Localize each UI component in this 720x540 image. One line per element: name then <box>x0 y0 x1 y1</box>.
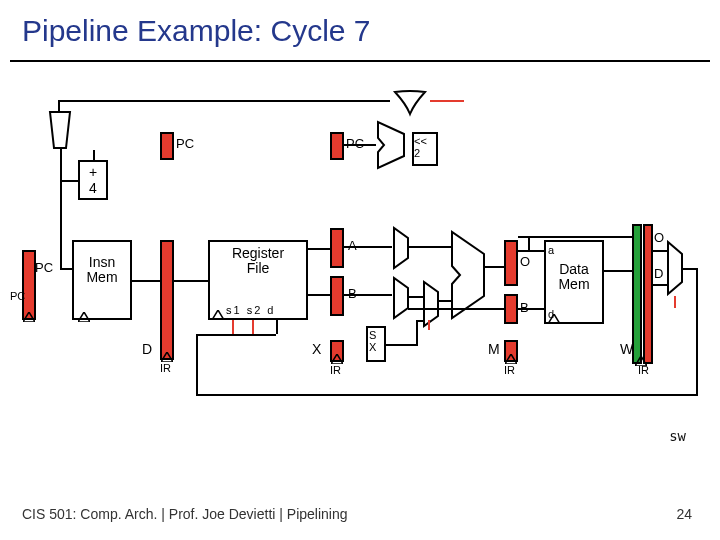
wire <box>58 100 390 102</box>
ir2-label: IR <box>330 364 341 376</box>
alu-icon <box>450 230 486 320</box>
title-rule <box>10 60 710 62</box>
wire <box>174 280 208 282</box>
wire <box>196 334 198 396</box>
wire <box>196 394 698 396</box>
wire <box>196 334 276 336</box>
stage-d: D <box>142 342 152 357</box>
wire <box>604 270 632 272</box>
wire <box>428 320 430 330</box>
ifid-register <box>160 240 174 360</box>
wire <box>252 320 254 334</box>
diagram-canvas: PC PC + 4 Insn Mem PC D IR Register File… <box>10 90 710 420</box>
pc-label: PC <box>10 290 25 302</box>
wire <box>528 236 530 250</box>
wire <box>408 308 504 310</box>
svg-marker-10 <box>452 232 484 318</box>
exmem-o <box>504 240 518 286</box>
wire <box>674 296 676 308</box>
stage-w: W <box>620 342 633 357</box>
wire <box>344 294 392 296</box>
pipe-pc2 <box>330 132 344 160</box>
wire <box>344 144 376 146</box>
exmem-b <box>504 294 518 324</box>
wire <box>60 148 62 268</box>
svg-marker-5 <box>331 354 343 364</box>
wire <box>484 266 504 268</box>
wire <box>344 246 392 248</box>
idex-a <box>330 228 344 268</box>
svg-marker-2 <box>78 312 90 322</box>
wire <box>518 236 632 238</box>
clock-triangle-icon <box>78 312 90 322</box>
ir1-label: IR <box>160 362 171 374</box>
wire <box>653 284 667 286</box>
page-title: Pipeline Example: Cycle 7 <box>22 14 371 48</box>
wire <box>132 280 160 282</box>
memwb-o <box>632 224 642 364</box>
d-port-label: D <box>654 266 663 281</box>
pc-register <box>22 250 36 320</box>
wire <box>409 296 423 298</box>
page-number: 24 <box>676 506 692 522</box>
pipe-pc1-label: PC <box>176 136 194 151</box>
wire <box>409 246 451 248</box>
wire <box>416 320 424 322</box>
svg-marker-11 <box>505 354 517 364</box>
sw-annotation: sw <box>669 428 686 444</box>
svg-marker-4 <box>212 310 224 320</box>
svg-marker-7 <box>394 228 408 268</box>
wire <box>308 248 330 250</box>
wire <box>439 300 451 302</box>
clock-triangle-icon <box>212 310 224 320</box>
wire <box>386 344 416 346</box>
stage-m: M <box>488 342 500 357</box>
clock-triangle-icon <box>23 312 35 322</box>
clock-triangle-icon <box>548 314 560 324</box>
insn-mem-label: Insn Mem <box>74 255 130 284</box>
x-label: X <box>312 342 321 357</box>
svg-marker-0 <box>50 112 70 148</box>
svg-marker-9 <box>424 282 438 326</box>
memwb-d <box>643 224 653 364</box>
footer-text: CIS 501: Comp. Arch. | Prof. Joe Deviett… <box>22 506 348 522</box>
wire <box>682 268 696 270</box>
svg-marker-3 <box>161 352 173 362</box>
sx-label: S X <box>369 330 376 353</box>
pc-select-mux-icon <box>48 110 72 150</box>
wire <box>518 308 544 310</box>
ir3-label: IR <box>504 364 515 376</box>
o2-port-label: O <box>654 230 664 245</box>
wire <box>276 320 278 334</box>
register-file-label: Register File <box>212 246 304 275</box>
a-fwd-mux-icon <box>392 226 410 270</box>
dmem-label: Data Mem <box>546 262 602 291</box>
clock-triangle-icon <box>505 354 517 364</box>
wire <box>518 250 544 252</box>
dmem-a-label: a <box>548 244 554 256</box>
pc-port-label: PC <box>35 260 53 275</box>
wire <box>430 100 464 102</box>
svg-marker-14 <box>668 242 682 294</box>
pipe-pc1 <box>160 132 174 160</box>
wire <box>93 150 95 160</box>
alusrc-mux-icon <box>422 280 440 328</box>
branch-adder-icon <box>376 120 406 170</box>
wire <box>308 294 330 296</box>
wire <box>232 320 234 334</box>
or-gate-icon <box>390 90 430 120</box>
regfile-ports-label: s1 s2 d <box>226 304 275 316</box>
svg-marker-13 <box>635 356 647 366</box>
idex-b <box>330 276 344 316</box>
wire <box>60 180 78 182</box>
clock-triangle-icon <box>331 354 343 364</box>
wire <box>653 250 667 252</box>
svg-marker-1 <box>23 312 35 322</box>
wire <box>416 320 418 346</box>
svg-marker-6 <box>378 122 404 168</box>
o1-port-label: O <box>520 254 530 269</box>
clock-triangle-icon <box>161 352 173 362</box>
shl2-label: << 2 <box>414 136 427 159</box>
clock-triangle-icon <box>635 356 647 366</box>
svg-marker-8 <box>394 278 408 318</box>
